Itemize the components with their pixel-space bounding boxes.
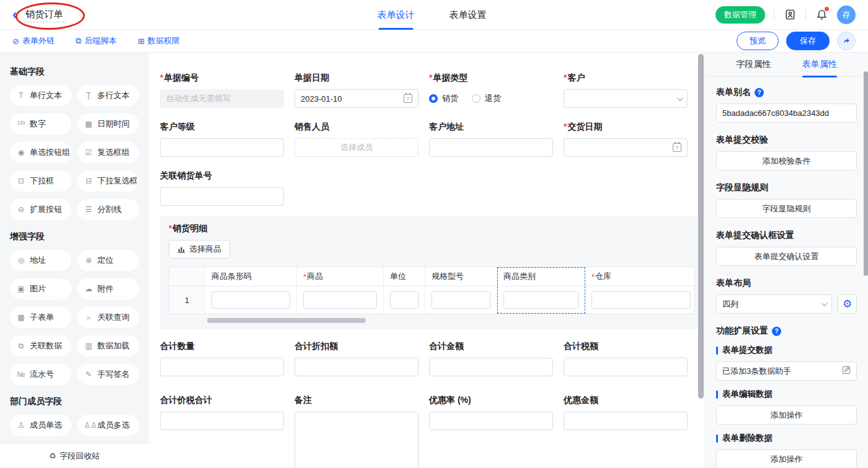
- discount-amount-input[interactable]: [564, 412, 688, 430]
- layout-select[interactable]: 四列: [716, 294, 832, 314]
- palette-item[interactable]: ☰分割线: [78, 199, 139, 220]
- visibility-rules-button[interactable]: 字段显隐规则: [716, 199, 857, 218]
- field-recycle-bin[interactable]: ♻ 字段回收站: [0, 443, 149, 468]
- palette-item[interactable]: ♙♙成员多选: [78, 415, 139, 436]
- field-doc-date[interactable]: 单据日期 2023-01-10 7: [294, 73, 418, 108]
- subform-column-header[interactable]: 规格型号: [425, 267, 497, 286]
- tab-form-design[interactable]: 表单设计: [377, 0, 414, 30]
- subform-column-header[interactable]: 商品条形码: [205, 267, 296, 286]
- avatar[interactable]: 存: [837, 6, 856, 24]
- doc-no-input[interactable]: 自动生成无需填写: [160, 89, 284, 108]
- save-button[interactable]: 保存: [786, 32, 830, 50]
- related-order-no-input[interactable]: [160, 187, 284, 206]
- form-alias-input[interactable]: 5badadac667c8034ba2343dd: [716, 104, 857, 123]
- field-related-order-no[interactable]: 关联销货单号: [160, 170, 284, 206]
- data-permission-link[interactable]: ⊞ 数据权限: [138, 35, 180, 46]
- subform-cell-input[interactable]: [432, 291, 490, 309]
- total-tax-input[interactable]: [564, 358, 688, 376]
- layout-gear-button[interactable]: ⚙: [838, 294, 857, 314]
- palette-item[interactable]: ▦子表单: [10, 307, 71, 328]
- total-discount-input[interactable]: [294, 358, 418, 376]
- preview-button[interactable]: 预览: [737, 32, 779, 50]
- add-validation-button[interactable]: 添加校验条件: [716, 151, 857, 170]
- tab-form-properties[interactable]: 表单属性: [802, 53, 837, 77]
- palette-item[interactable]: №流水号: [10, 364, 71, 385]
- address-book-icon[interactable]: [783, 8, 797, 22]
- subform-cell-input[interactable]: [503, 291, 578, 309]
- subform-column-header[interactable]: *仓库: [585, 267, 695, 286]
- field-remark[interactable]: 备注: [294, 395, 418, 468]
- remark-textarea[interactable]: [294, 412, 418, 468]
- tab-form-settings[interactable]: 表单设置: [449, 0, 486, 30]
- edit-icon[interactable]: [842, 366, 851, 376]
- subform-cell-input[interactable]: [591, 291, 691, 309]
- back-icon[interactable]: ‹: [12, 8, 17, 22]
- backend-script-link[interactable]: ⧉ 后端脚本: [76, 35, 117, 46]
- canvas-scroll-thumb[interactable]: [698, 54, 704, 399]
- palette-item[interactable]: ◉单选按钮组: [10, 142, 71, 163]
- data-manage-button[interactable]: 数据管理: [715, 6, 765, 24]
- delivery-date-input[interactable]: 7: [564, 138, 688, 157]
- subform-column-header[interactable]: 商品类别: [497, 267, 585, 286]
- palette-item[interactable]: ⊕定位: [78, 250, 139, 271]
- customer-level-input[interactable]: [160, 138, 284, 157]
- palette-item[interactable]: ▣图片: [10, 278, 71, 299]
- field-delivery-date[interactable]: *交货日期 7: [564, 121, 688, 157]
- field-total-discount[interactable]: 合计折扣额: [294, 341, 418, 376]
- delete-data-add-button[interactable]: 添加操作: [716, 449, 857, 468]
- select-product-button[interactable]: 选择商品: [169, 240, 230, 258]
- palette-item[interactable]: ⊖扩展按钮: [10, 199, 71, 220]
- field-doc-type[interactable]: *单据类型 销货 退货: [429, 73, 553, 108]
- palette-item[interactable]: ☑复选框组: [78, 142, 139, 163]
- notification-bell-icon[interactable]: [815, 8, 828, 22]
- palette-item[interactable]: T单行文本: [10, 85, 71, 106]
- sales-person-picker[interactable]: 选择成员: [294, 138, 418, 157]
- subform-sales-detail[interactable]: *销货明细 选择商品 1 商品条形码*商品单位规格型号商品类别*仓库: [160, 216, 704, 329]
- field-sales-person[interactable]: 销售人员 选择成员: [294, 121, 418, 157]
- field-total-tax[interactable]: 合计税额: [564, 341, 688, 376]
- tab-field-properties[interactable]: 字段属性: [736, 53, 771, 77]
- field-customer-address[interactable]: 客户地址: [429, 121, 553, 157]
- help-icon[interactable]: ?: [755, 88, 764, 97]
- submit-data-assistants[interactable]: 已添加3条数据助手: [716, 361, 857, 381]
- edit-data-add-button[interactable]: 添加操作: [716, 405, 857, 425]
- field-customer[interactable]: *客户: [564, 73, 688, 108]
- palette-item[interactable]: ¹²³数字: [10, 113, 71, 135]
- field-discount-amount[interactable]: 优惠金额: [564, 395, 688, 468]
- subform-cell-input[interactable]: [303, 291, 377, 309]
- form-external-link[interactable]: ⊘ 表单外链: [12, 35, 55, 46]
- field-discount-rate[interactable]: 优惠率 (%): [429, 395, 553, 468]
- field-doc-no[interactable]: *单据编号 自动生成无需填写: [160, 73, 284, 108]
- subform-column-header[interactable]: *商品: [297, 267, 383, 286]
- palette-item[interactable]: ▥数据加载: [78, 335, 139, 356]
- palette-item[interactable]: Ṯ多行文本: [78, 85, 139, 106]
- help-icon[interactable]: ?: [772, 327, 781, 336]
- field-total-qty[interactable]: 合计数量: [160, 341, 284, 376]
- palette-item[interactable]: ♙成员单选: [10, 415, 71, 436]
- share-button[interactable]: [837, 32, 856, 50]
- palette-item[interactable]: ▦日期时间: [78, 113, 139, 135]
- subform-cell-input[interactable]: [211, 291, 290, 309]
- field-total-with-tax[interactable]: 合计价税合计: [160, 395, 284, 468]
- field-total-amount[interactable]: 合计金额: [429, 341, 553, 376]
- field-customer-level[interactable]: 客户等级: [160, 121, 284, 157]
- discount-rate-input[interactable]: [429, 412, 553, 430]
- palette-item[interactable]: ✎手写签名: [78, 364, 139, 385]
- total-amount-input[interactable]: [429, 358, 553, 376]
- palette-item[interactable]: ⊡下拉框: [10, 170, 71, 192]
- palette-item[interactable]: ◎地址: [10, 250, 71, 271]
- customer-select[interactable]: [564, 89, 688, 108]
- doc-date-input[interactable]: 2023-01-10 7: [294, 89, 418, 108]
- horizontal-scroll-thumb[interactable]: [207, 318, 366, 323]
- radio-return[interactable]: 退货: [472, 93, 501, 104]
- palette-item[interactable]: ☁附件: [78, 278, 139, 299]
- subform-column[interactable]: 商品类别: [497, 267, 585, 314]
- subform-cell-input[interactable]: [390, 291, 418, 309]
- subform-column-header[interactable]: 单位: [384, 267, 425, 286]
- palette-item[interactable]: ⊟下拉复选框: [78, 170, 139, 192]
- palette-item[interactable]: ⧉关联数据: [10, 335, 71, 356]
- total-qty-input[interactable]: [160, 358, 284, 376]
- window-scrollbar-thumb[interactable]: [864, 71, 868, 276]
- customer-address-input[interactable]: [429, 138, 553, 157]
- palette-item[interactable]: ⌕关联查询: [78, 307, 139, 328]
